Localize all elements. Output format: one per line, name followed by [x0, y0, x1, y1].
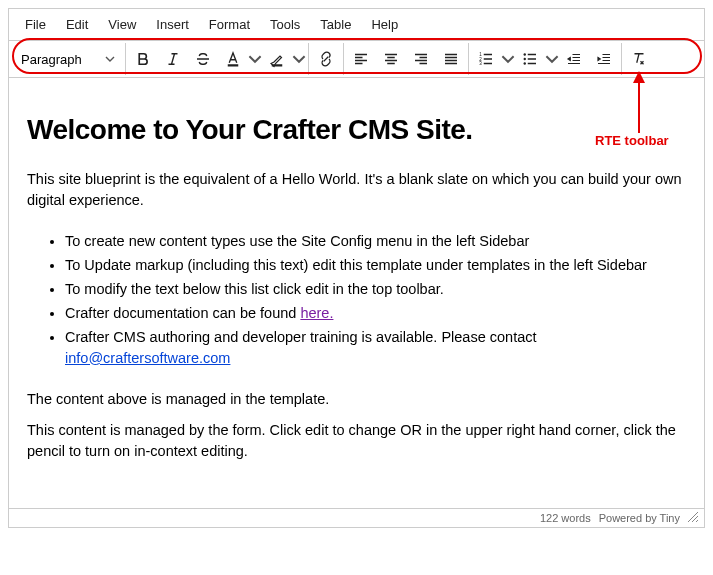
unordered-list-button[interactable]: [515, 45, 545, 73]
rte-toolbar: Paragraph: [9, 41, 704, 78]
menu-edit[interactable]: Edit: [56, 11, 98, 38]
block-format-label: Paragraph: [21, 52, 82, 67]
doc-link[interactable]: here.: [300, 305, 333, 321]
rte-editor: File Edit View Insert Format Tools Table…: [8, 8, 705, 528]
ordered-list-button[interactable]: 123: [471, 45, 501, 73]
menu-table[interactable]: Table: [310, 11, 361, 38]
bullet-list: To create new content types use the Site…: [27, 231, 686, 369]
chevron-down-icon: [545, 50, 559, 68]
menu-view[interactable]: View: [98, 11, 146, 38]
menu-help[interactable]: Help: [361, 11, 408, 38]
menu-tools[interactable]: Tools: [260, 11, 310, 38]
text-color-button[interactable]: [218, 45, 248, 73]
text-color-menu[interactable]: [248, 45, 262, 73]
clear-formatting-button[interactable]: [624, 45, 654, 73]
highlight-menu[interactable]: [292, 45, 306, 73]
align-right-button[interactable]: [406, 45, 436, 73]
indent-button[interactable]: [589, 45, 619, 73]
ordered-list-menu[interactable]: [501, 45, 515, 73]
list-item: Crafter CMS authoring and developer trai…: [65, 327, 686, 369]
strikethrough-button[interactable]: [188, 45, 218, 73]
chevron-down-icon: [501, 50, 515, 68]
unordered-list-menu[interactable]: [545, 45, 559, 73]
bold-button[interactable]: [128, 45, 158, 73]
svg-point-7: [524, 62, 526, 64]
email-link[interactable]: info@craftersoftware.com: [65, 350, 230, 366]
chevron-down-icon: [105, 54, 115, 64]
align-justify-button[interactable]: [436, 45, 466, 73]
menu-file[interactable]: File: [15, 11, 56, 38]
menu-format[interactable]: Format: [199, 11, 260, 38]
powered-by[interactable]: Powered by Tiny: [599, 512, 680, 524]
resize-handle-icon[interactable]: [688, 512, 698, 522]
intro-paragraph: This site blueprint is the equivalent of…: [27, 169, 686, 211]
word-count: 122 words: [540, 512, 591, 524]
svg-point-5: [524, 53, 526, 55]
template-note: The content above is managed in the temp…: [27, 389, 686, 410]
svg-point-6: [524, 58, 526, 60]
list-item: Crafter documentation can be found here.: [65, 303, 686, 324]
list-item: To modify the text below this list click…: [65, 279, 686, 300]
list-item: To create new content types use the Site…: [65, 231, 686, 252]
form-note: This content is managed by the form. Cli…: [27, 420, 686, 462]
chevron-down-icon: [248, 50, 262, 68]
editor-content[interactable]: Welcome to Your Crafter CMS Site. This s…: [9, 78, 704, 508]
block-format-select[interactable]: Paragraph: [13, 48, 123, 71]
menubar: File Edit View Insert Format Tools Table…: [9, 9, 704, 41]
svg-rect-0: [228, 64, 239, 66]
align-center-button[interactable]: [376, 45, 406, 73]
menu-insert[interactable]: Insert: [146, 11, 199, 38]
align-left-button[interactable]: [346, 45, 376, 73]
highlight-button[interactable]: [262, 45, 292, 73]
statusbar: 122 words Powered by Tiny: [9, 508, 704, 527]
italic-button[interactable]: [158, 45, 188, 73]
link-button[interactable]: [311, 45, 341, 73]
outdent-button[interactable]: [559, 45, 589, 73]
chevron-down-icon: [292, 50, 306, 68]
svg-text:3: 3: [479, 61, 482, 66]
page-heading: Welcome to Your Crafter CMS Site.: [27, 110, 686, 151]
svg-rect-1: [272, 64, 283, 66]
list-item: To Update markup (including this text) e…: [65, 255, 686, 276]
